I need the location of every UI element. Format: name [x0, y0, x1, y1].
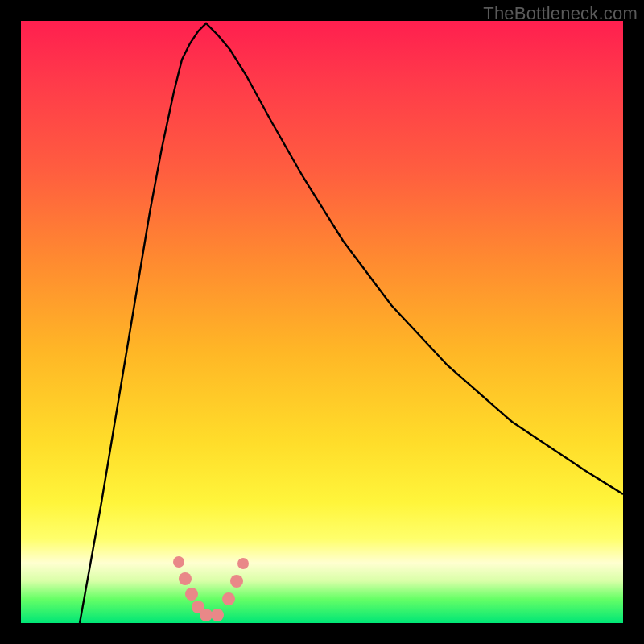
- chart-plot-area: [21, 21, 623, 623]
- curve-marker: [200, 609, 213, 621]
- curve-marker: [173, 556, 184, 568]
- curve-marker: [179, 572, 192, 585]
- curve-marker: [237, 558, 249, 569]
- watermark-text: TheBottleneck.com: [483, 3, 638, 24]
- curve-marker: [230, 575, 243, 588]
- curve-markers: [173, 556, 249, 621]
- curve-marker: [185, 588, 198, 601]
- curve-path: [80, 23, 623, 623]
- curve-marker: [211, 609, 224, 621]
- bottleneck-curve: [21, 21, 623, 623]
- curve-marker: [222, 592, 235, 605]
